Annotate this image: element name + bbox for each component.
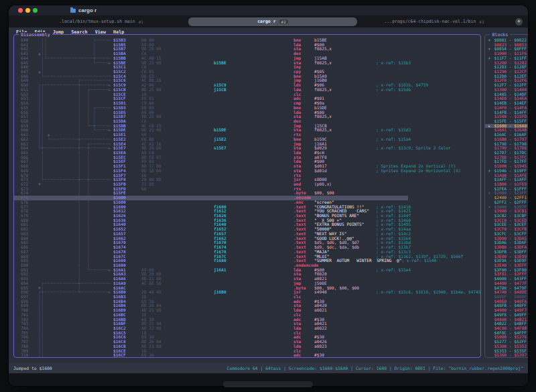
label: f1680 — [214, 259, 293, 263]
disasm-row[interactable]: 704││ $16C2AD 22 08ldaa0822 — [14, 326, 480, 331]
disasm-row[interactable]: 698││ $16B469 30adc#$30 — [14, 300, 480, 304]
disasm-row[interactable]: 653││ │ │ $15CF69 01adc#$01 — [14, 96, 480, 101]
disasm-row[interactable]: 693 │ $16A68D 21 08staa0821 — [14, 277, 480, 281]
disasm-row-cursor[interactable]: 675 │ │ $1600.encode — [14, 196, 480, 200]
tab-tmux-setup[interactable]: .local/bin/tmux-setup.sh main #1 — [14, 15, 188, 27]
branch-graph: ││ │ ┌──────► — [38, 88, 113, 92]
comment: ; x-ref: $15d3 — [376, 128, 411, 133]
disasm-row[interactable]: 662││ └─────────┼──────────$15E2D0 B8j15… — [14, 137, 480, 142]
branch-graph: ││ — [38, 300, 113, 304]
close-window-icon[interactable] — [18, 8, 23, 13]
label — [214, 331, 293, 336]
traffic-lights — [18, 8, 38, 13]
disasm-row[interactable]: 658││ │ │ │ $15DACAdex — [14, 119, 480, 124]
branch-graph: │ │ — [38, 241, 113, 245]
block-prefix — [488, 214, 494, 218]
disasm-row[interactable]: 673 │ │ $15FD60rts — [14, 187, 480, 192]
hex-bytes: 9D 25 08 — [141, 115, 214, 119]
disasm-row[interactable]: 708││ $16CBAD 23 08ldaa0823 — [14, 344, 480, 349]
block-prefix — [488, 259, 494, 263]
block-prefix — [488, 335, 494, 340]
operand: $00, $00 — [314, 191, 376, 196]
disasm-row[interactable]: 654││ │ │ $15D1C9 0Acmp#$0a — [14, 101, 480, 106]
label — [214, 182, 293, 187]
disasm-row[interactable]: 640 ││ ┌─────$15B3D0 09bneb15BE — [14, 38, 480, 43]
hex-bytes: AD 21 08 — [141, 308, 214, 313]
minimize-window-icon[interactable] — [25, 8, 30, 13]
disasm-row[interactable]: 692 │ $16A38D 20 08staf0820 — [14, 272, 480, 277]
block-prefix — [488, 272, 494, 277]
disasm-row[interactable]: 645 │ └────►$15BE9D 25 08b15BEstaf0825,x… — [14, 61, 480, 66]
disasm-row[interactable]: 651││ │ ┌──────►$15CBBD 25 08j15CBldaf08… — [14, 88, 480, 92]
blocks-panel: Blocks +$0801 - $0822 [Byte]$0823 - $085… — [484, 34, 528, 358]
disasm-row[interactable]: 694 ┌───────────┼──────────$16A94C 8E 50… — [14, 281, 480, 286]
disasm-row[interactable]: 652││ │ │ $15CE18clc — [14, 92, 480, 97]
disasm-row[interactable]: 709││ $16CE18clc — [14, 349, 480, 354]
disasm-row[interactable]: 648 └──────────────────────$15C4D0 E3bne… — [14, 74, 480, 79]
tab-cargo-r[interactable]: cargo r #2 — [188, 17, 357, 26]
disasm-row[interactable]: 699││ $16B68D 20 04staa0420 — [14, 304, 480, 308]
label — [214, 308, 293, 313]
disasm-row[interactable]: 706││ $16C669 30adc#$30 — [14, 335, 480, 340]
disasm-row[interactable]: 657││ │ │ │ $15D79D 25 08staf0825,x — [14, 115, 480, 119]
status-bar: Jumped to $1600 Commodore 64 | 64tass | … — [9, 363, 528, 373]
label — [214, 313, 293, 318]
disasm-row[interactable]: 641 ││ │ $15B5A9 00lda#$00 — [14, 43, 480, 48]
new-tab-button[interactable]: + — [515, 18, 523, 25]
disasm-row[interactable]: 656││ │ │ │ $15D5A9 00lda#$00 — [14, 111, 480, 115]
disasm-row[interactable]: 669 │ │ │ $15F48D 1D D0sta$d01d; Sprites… — [14, 169, 480, 174]
branch-graph: ││ │ — [38, 47, 113, 52]
hex-bytes — [141, 259, 214, 263]
disasm-row[interactable]: 702││ $16BD69 30adc#$30 — [14, 318, 480, 322]
disasm-row[interactable]: 697││ $16B318clc — [14, 295, 480, 300]
branch-graph: ││ │ │ — [38, 92, 113, 97]
hex-bytes — [141, 222, 214, 227]
disasm-row[interactable]: 700││ $16B9AD 21 08ldaa0821 — [14, 308, 480, 313]
disasm-row[interactable]: 672▼ │ │ $15FB21 08and(p08,x) — [14, 182, 480, 187]
disasm-row[interactable]: 691 │ └──────►$16A1A9 00j16A1lda#$00; x-… — [14, 268, 480, 273]
disasm-row[interactable]: 642 ││ │ $15B79D 25 08staf0825,x — [14, 47, 480, 52]
label — [214, 353, 293, 357]
branch-graph: │ │ │ — [38, 159, 113, 164]
block-prefix — [488, 326, 494, 331]
disasm-row[interactable]: 647▲│ $15C2C0 05cpy#$05 — [14, 70, 480, 74]
block-prefix — [488, 245, 494, 250]
disasm-row[interactable]: 660││ │ └────►$15DE9D 25 08b15DEstaf0825… — [14, 128, 480, 133]
label — [214, 281, 293, 286]
disasm-row[interactable]: 707││ $16C88D 26 04staa0426 — [14, 340, 480, 344]
block-prefix — [488, 304, 494, 308]
disasm-row[interactable]: 670 │ │ │ $15F760rts — [14, 174, 480, 178]
disasm-row[interactable]: 655││ │ │ ┌─────$15D3D0 09bneb15DE — [14, 106, 480, 111]
branch-graph: │ └────► — [38, 61, 113, 66]
block-row[interactable]: $5360 - $5397 [Code] — [485, 353, 528, 357]
disasm-row[interactable]: 689 │ │ $1680f1680.text"SUMMER AUTUM WIN… — [14, 259, 480, 263]
branch-graph: ││ — [38, 308, 113, 313]
block-prefix — [488, 115, 494, 119]
operand: #$30 — [314, 353, 376, 357]
hex-bytes — [141, 209, 214, 214]
disasm-row[interactable]: 646 │ $15C1C8iny — [14, 65, 480, 70]
block-prefix — [488, 218, 494, 223]
disasm-row[interactable]: 701││ $16BC18clc — [14, 313, 480, 318]
disasm-row[interactable]: 696┌┼───────────┴─────────►$16B020 40 49… — [14, 290, 480, 295]
block-prefix — [488, 313, 494, 318]
titlebar[interactable]: cargo r — [9, 5, 528, 15]
disasm-row[interactable]: 705││ $16C518clc — [14, 331, 480, 336]
disasm-row[interactable]: 674 │ │ $15FE.byte$00, $00 — [14, 191, 480, 196]
disasm-row[interactable]: 671 └───────────┼──┼───────$15F820 08 8D… — [14, 178, 480, 182]
branch-graph: │ — [38, 277, 113, 281]
disasm-row[interactable]: 703││ $16BF8D 21 04staa0421 — [14, 322, 480, 326]
tab-chipdisk-bin[interactable]: ...progs/c64-chipdisk-nac-vol.1/bin #3 — [357, 15, 511, 27]
zoom-window-icon[interactable] — [33, 8, 38, 13]
disasm-row[interactable]: 665 │ │ │ $15EAA9 C0lda#$c0 — [14, 151, 480, 155]
branch-graph: │ │ — [38, 205, 113, 210]
branch-graph: ││ — [38, 335, 113, 340]
hex-bytes — [141, 205, 214, 210]
blocks-list: +$0801 - $0822 [Byte]$0823 - $0853 [Code… — [485, 35, 528, 357]
disasm-row[interactable]: 710││ $16CF69 30adc#$30 — [14, 353, 480, 357]
comment: ; x-ref: $13c9; Sprite 2 Color — [376, 146, 451, 151]
disasm-row[interactable]: 664└┼───────────┼──┼──────►$15E78D 29 D0… — [14, 146, 480, 151]
disasm-row[interactable]: 666 │ │ │ $15EC8D F8 07staa07F8 — [14, 155, 480, 160]
operand: f0825,x — [314, 88, 376, 92]
disasm-row[interactable]: 643▲││ │ $15BACAdex — [14, 52, 480, 56]
